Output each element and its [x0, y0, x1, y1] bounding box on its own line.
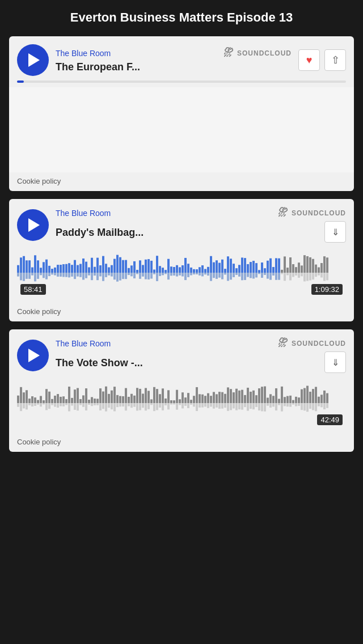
card-2: The Blue Room ⛈ SOUNDCLOUD Paddy's Mailb… [9, 199, 354, 321]
play-button-3[interactable] [17, 340, 49, 371]
card-3: The Blue Room ⛈ SOUNDCLOUD The Vote Show… [9, 329, 354, 452]
play-icon-2 [28, 218, 40, 232]
soundcloud-logo-3: ⛈ SOUNDCLOUD [278, 337, 346, 349]
track-title-2: Paddy's Mailbag... [56, 227, 143, 239]
download-button-2[interactable]: ⇓ [324, 221, 346, 243]
cookie-policy-2[interactable]: Cookie policy [9, 303, 354, 321]
play-icon-1 [28, 53, 40, 67]
total-time-2: 1:09:32 [311, 284, 343, 295]
soundcloud-cloud-icon-2: ⛈ [278, 207, 289, 219]
progress-time-2: 58:41 [20, 284, 46, 295]
soundcloud-cloud-icon-1: ⛈ [223, 47, 234, 59]
channel-link-3[interactable]: The Blue Room [56, 339, 111, 348]
play-button-1[interactable] [17, 44, 49, 76]
cookie-policy-3[interactable]: Cookie policy [9, 433, 354, 452]
track-title-3: The Vote Show -... [56, 357, 143, 369]
play-icon-3 [28, 349, 40, 362]
progress-fill-1 [17, 80, 24, 83]
share-button-1[interactable]: ⇧ [324, 49, 346, 71]
cards-container: The Blue Room ⛈ SOUNDCLOUD The European … [0, 36, 363, 452]
page-title: Everton Business Matters Episode 13 [0, 0, 363, 36]
cookie-policy-1[interactable]: Cookie policy [9, 172, 354, 191]
soundcloud-cloud-icon-3: ⛈ [278, 337, 289, 349]
channel-link-2[interactable]: The Blue Room [56, 209, 111, 218]
soundcloud-logo-2: ⛈ SOUNDCLOUD [278, 207, 346, 219]
waveform-3[interactable]: 42:49 [17, 378, 346, 429]
play-button-2[interactable] [17, 209, 49, 241]
heart-button-1[interactable]: ♥ [298, 49, 320, 71]
card-1: The Blue Room ⛈ SOUNDCLOUD The European … [9, 36, 354, 191]
channel-link-1[interactable]: The Blue Room [56, 49, 111, 58]
waveform-2[interactable]: 58:41 1:09:32 [17, 247, 346, 298]
track-title-1: The European F... [56, 61, 292, 73]
soundcloud-logo-1: ⛈ SOUNDCLOUD [223, 47, 292, 59]
download-button-3[interactable]: ⇓ [324, 351, 346, 373]
total-time-3: 42:49 [317, 414, 343, 425]
